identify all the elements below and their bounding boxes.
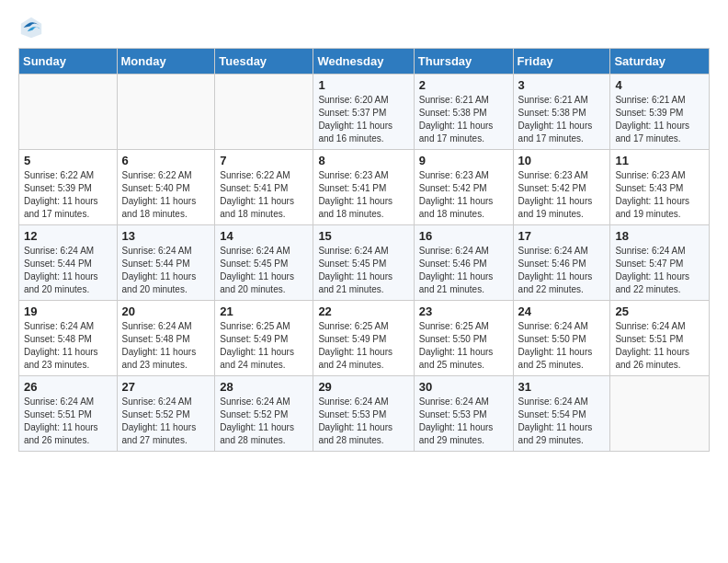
day-info: Sunrise: 6:24 AM Sunset: 5:53 PM Dayligh… bbox=[318, 396, 408, 447]
calendar-cell: 6Sunrise: 6:22 AM Sunset: 5:40 PM Daylig… bbox=[117, 150, 215, 225]
day-number: 27 bbox=[122, 380, 210, 394]
calendar-cell bbox=[610, 376, 710, 452]
day-info: Sunrise: 6:22 AM Sunset: 5:39 PM Dayligh… bbox=[24, 169, 112, 221]
day-number: 6 bbox=[122, 154, 210, 167]
day-info: Sunrise: 6:24 AM Sunset: 5:48 PM Dayligh… bbox=[122, 320, 210, 372]
calendar-cell: 1Sunrise: 6:20 AM Sunset: 5:37 PM Daylig… bbox=[313, 75, 414, 150]
logo bbox=[18, 15, 48, 40]
logo-icon bbox=[18, 15, 44, 40]
day-info: Sunrise: 6:20 AM Sunset: 5:37 PM Dayligh… bbox=[318, 94, 408, 145]
day-number: 25 bbox=[615, 304, 704, 318]
day-number: 3 bbox=[518, 78, 606, 92]
calendar-cell: 7Sunrise: 6:22 AM Sunset: 5:41 PM Daylig… bbox=[215, 150, 313, 225]
day-info: Sunrise: 6:24 AM Sunset: 5:48 PM Dayligh… bbox=[24, 320, 112, 372]
day-number: 17 bbox=[518, 229, 606, 243]
calendar-week-row: 12Sunrise: 6:24 AM Sunset: 5:44 PM Dayli… bbox=[19, 225, 710, 301]
day-info: Sunrise: 6:24 AM Sunset: 5:52 PM Dayligh… bbox=[220, 396, 308, 447]
calendar-cell: 29Sunrise: 6:24 AM Sunset: 5:53 PM Dayli… bbox=[313, 376, 414, 452]
calendar-cell: 28Sunrise: 6:24 AM Sunset: 5:52 PM Dayli… bbox=[215, 376, 313, 452]
calendar-week-row: 19Sunrise: 6:24 AM Sunset: 5:48 PM Dayli… bbox=[19, 301, 710, 376]
day-number: 9 bbox=[419, 154, 508, 167]
day-number: 5 bbox=[24, 154, 112, 167]
calendar-cell: 26Sunrise: 6:24 AM Sunset: 5:51 PM Dayli… bbox=[19, 376, 118, 452]
calendar-cell: 12Sunrise: 6:24 AM Sunset: 5:44 PM Dayli… bbox=[19, 225, 118, 301]
calendar-cell: 24Sunrise: 6:24 AM Sunset: 5:50 PM Dayli… bbox=[513, 301, 610, 376]
day-info: Sunrise: 6:23 AM Sunset: 5:43 PM Dayligh… bbox=[615, 169, 704, 221]
calendar-cell: 17Sunrise: 6:24 AM Sunset: 5:46 PM Dayli… bbox=[513, 225, 610, 301]
calendar-day-header: Wednesday bbox=[313, 49, 414, 75]
calendar-week-row: 1Sunrise: 6:20 AM Sunset: 5:37 PM Daylig… bbox=[19, 75, 710, 150]
day-number: 22 bbox=[318, 304, 408, 318]
calendar-day-header: Tuesday bbox=[215, 49, 313, 75]
calendar-cell: 4Sunrise: 6:21 AM Sunset: 5:39 PM Daylig… bbox=[610, 75, 710, 150]
day-number: 21 bbox=[220, 304, 308, 318]
day-number: 20 bbox=[122, 304, 210, 318]
calendar-table: SundayMondayTuesdayWednesdayThursdayFrid… bbox=[18, 48, 710, 452]
day-number: 19 bbox=[24, 304, 112, 318]
day-info: Sunrise: 6:24 AM Sunset: 5:44 PM Dayligh… bbox=[24, 245, 112, 296]
calendar-header-row: SundayMondayTuesdayWednesdayThursdayFrid… bbox=[19, 49, 710, 75]
calendar-day-header: Saturday bbox=[610, 49, 710, 75]
day-info: Sunrise: 6:23 AM Sunset: 5:42 PM Dayligh… bbox=[518, 169, 606, 221]
calendar-week-row: 5Sunrise: 6:22 AM Sunset: 5:39 PM Daylig… bbox=[19, 150, 710, 225]
day-number: 26 bbox=[24, 380, 112, 394]
day-info: Sunrise: 6:21 AM Sunset: 5:38 PM Dayligh… bbox=[518, 94, 606, 145]
day-number: 2 bbox=[419, 78, 508, 92]
day-info: Sunrise: 6:24 AM Sunset: 5:51 PM Dayligh… bbox=[24, 396, 112, 447]
day-info: Sunrise: 6:24 AM Sunset: 5:45 PM Dayligh… bbox=[318, 245, 408, 296]
calendar-cell: 23Sunrise: 6:25 AM Sunset: 5:50 PM Dayli… bbox=[414, 301, 513, 376]
calendar-cell bbox=[117, 75, 215, 150]
day-info: Sunrise: 6:22 AM Sunset: 5:41 PM Dayligh… bbox=[220, 169, 308, 221]
calendar-cell: 31Sunrise: 6:24 AM Sunset: 5:54 PM Dayli… bbox=[513, 376, 610, 452]
calendar-week-row: 26Sunrise: 6:24 AM Sunset: 5:51 PM Dayli… bbox=[19, 376, 710, 452]
day-number: 28 bbox=[220, 380, 308, 394]
day-number: 31 bbox=[518, 380, 606, 394]
calendar-day-header: Sunday bbox=[19, 49, 118, 75]
calendar-cell: 20Sunrise: 6:24 AM Sunset: 5:48 PM Dayli… bbox=[117, 301, 215, 376]
day-number: 30 bbox=[419, 380, 508, 394]
day-info: Sunrise: 6:24 AM Sunset: 5:46 PM Dayligh… bbox=[419, 245, 508, 296]
day-number: 29 bbox=[318, 380, 408, 394]
day-info: Sunrise: 6:25 AM Sunset: 5:50 PM Dayligh… bbox=[419, 320, 508, 372]
calendar-cell: 22Sunrise: 6:25 AM Sunset: 5:49 PM Dayli… bbox=[313, 301, 414, 376]
calendar-cell bbox=[19, 75, 118, 150]
day-info: Sunrise: 6:25 AM Sunset: 5:49 PM Dayligh… bbox=[220, 320, 308, 372]
day-number: 4 bbox=[615, 78, 704, 92]
day-number: 11 bbox=[615, 154, 704, 167]
day-number: 16 bbox=[419, 229, 508, 243]
day-number: 7 bbox=[220, 154, 308, 167]
calendar-cell: 2Sunrise: 6:21 AM Sunset: 5:38 PM Daylig… bbox=[414, 75, 513, 150]
day-number: 12 bbox=[24, 229, 112, 243]
calendar-cell: 15Sunrise: 6:24 AM Sunset: 5:45 PM Dayli… bbox=[313, 225, 414, 301]
calendar-day-header: Thursday bbox=[414, 49, 513, 75]
calendar-cell: 8Sunrise: 6:23 AM Sunset: 5:41 PM Daylig… bbox=[313, 150, 414, 225]
day-info: Sunrise: 6:24 AM Sunset: 5:45 PM Dayligh… bbox=[220, 245, 308, 296]
calendar-cell: 27Sunrise: 6:24 AM Sunset: 5:52 PM Dayli… bbox=[117, 376, 215, 452]
day-number: 8 bbox=[318, 154, 408, 167]
day-number: 10 bbox=[518, 154, 606, 167]
day-info: Sunrise: 6:24 AM Sunset: 5:46 PM Dayligh… bbox=[518, 245, 606, 296]
day-info: Sunrise: 6:24 AM Sunset: 5:53 PM Dayligh… bbox=[419, 396, 508, 447]
day-info: Sunrise: 6:24 AM Sunset: 5:51 PM Dayligh… bbox=[615, 320, 704, 372]
day-number: 1 bbox=[318, 78, 408, 92]
calendar-cell: 30Sunrise: 6:24 AM Sunset: 5:53 PM Dayli… bbox=[414, 376, 513, 452]
calendar-day-header: Friday bbox=[513, 49, 610, 75]
day-info: Sunrise: 6:24 AM Sunset: 5:52 PM Dayligh… bbox=[122, 396, 210, 447]
calendar-cell: 18Sunrise: 6:24 AM Sunset: 5:47 PM Dayli… bbox=[610, 225, 710, 301]
day-number: 18 bbox=[615, 229, 704, 243]
day-info: Sunrise: 6:22 AM Sunset: 5:40 PM Dayligh… bbox=[122, 169, 210, 221]
day-info: Sunrise: 6:24 AM Sunset: 5:54 PM Dayligh… bbox=[518, 396, 606, 447]
calendar-cell: 3Sunrise: 6:21 AM Sunset: 5:38 PM Daylig… bbox=[513, 75, 610, 150]
calendar-cell: 14Sunrise: 6:24 AM Sunset: 5:45 PM Dayli… bbox=[215, 225, 313, 301]
calendar-cell: 16Sunrise: 6:24 AM Sunset: 5:46 PM Dayli… bbox=[414, 225, 513, 301]
calendar-cell: 5Sunrise: 6:22 AM Sunset: 5:39 PM Daylig… bbox=[19, 150, 118, 225]
day-number: 24 bbox=[518, 304, 606, 318]
day-info: Sunrise: 6:23 AM Sunset: 5:42 PM Dayligh… bbox=[419, 169, 508, 221]
day-info: Sunrise: 6:25 AM Sunset: 5:49 PM Dayligh… bbox=[318, 320, 408, 372]
day-info: Sunrise: 6:21 AM Sunset: 5:39 PM Dayligh… bbox=[615, 94, 704, 145]
day-info: Sunrise: 6:24 AM Sunset: 5:47 PM Dayligh… bbox=[615, 245, 704, 296]
day-info: Sunrise: 6:23 AM Sunset: 5:41 PM Dayligh… bbox=[318, 169, 408, 221]
calendar-cell: 10Sunrise: 6:23 AM Sunset: 5:42 PM Dayli… bbox=[513, 150, 610, 225]
calendar-cell: 25Sunrise: 6:24 AM Sunset: 5:51 PM Dayli… bbox=[610, 301, 710, 376]
page-header bbox=[18, 15, 710, 40]
